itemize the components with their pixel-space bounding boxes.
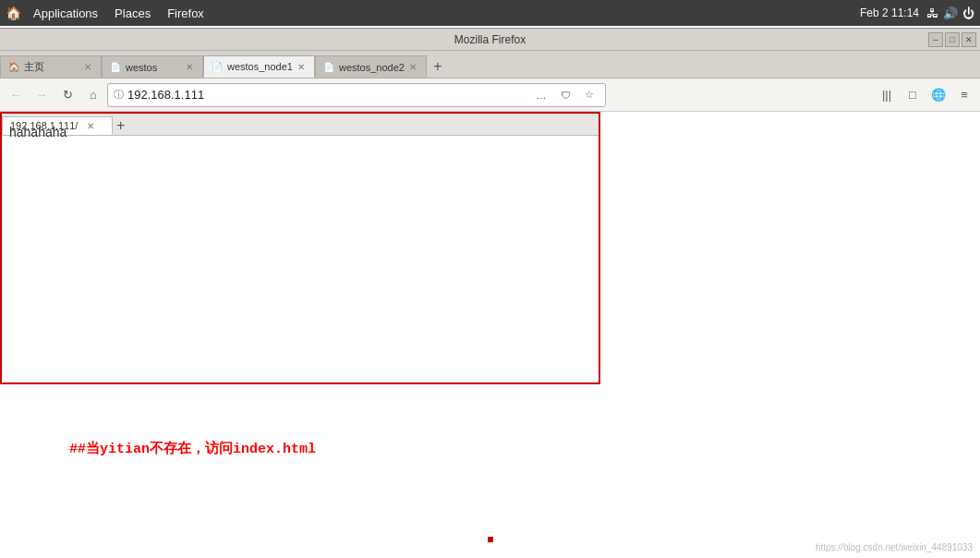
tab-westos-node1-icon: 📄	[212, 62, 223, 72]
tab-westos-node2-label: westos_node2	[339, 62, 405, 73]
places-menu[interactable]: Places	[107, 5, 158, 22]
navigation-bar: ← → ↻ ⌂ ⓘ … 🛡 ☆ ||| □ 🌐 ≡	[0, 79, 980, 112]
tab-westos-node2[interactable]: 📄 westos_node2 ✕	[315, 55, 427, 78]
address-info-icon: ⓘ	[114, 88, 124, 102]
close-button[interactable]: ✕	[962, 32, 976, 47]
synced-tabs-button[interactable]: □	[901, 83, 925, 107]
new-tab-button[interactable]: +	[427, 55, 449, 78]
firefox-account-button[interactable]: 🌐	[926, 83, 950, 107]
annotation-text: ##当yitian不存在，访问index.html	[69, 440, 316, 457]
menu-button[interactable]: ≡	[952, 83, 976, 107]
shield-icon[interactable]: 🛡	[555, 85, 575, 105]
inner-new-tab-button[interactable]: +	[113, 116, 128, 135]
minimize-button[interactable]: –	[928, 32, 943, 47]
inner-tab-close[interactable]: ✕	[87, 121, 94, 131]
browser-title: Mozilla Firefox	[454, 33, 526, 46]
red-dot-indicator	[488, 537, 493, 542]
home-icon: 🏠	[6, 6, 21, 20]
page-content-area: 192.168.1.111/ ✕ + hahahaha ##当yitian不存在…	[0, 112, 980, 558]
tab-westos-close[interactable]: ✕	[186, 62, 193, 72]
system-tray: 🖧 🔊 ⏻	[926, 6, 974, 20]
home-button[interactable]: ⌂	[81, 83, 105, 107]
more-options-icon[interactable]: …	[531, 85, 551, 105]
library-button[interactable]: |||	[875, 83, 899, 107]
firefox-menu[interactable]: Firefox	[160, 5, 212, 22]
forward-button[interactable]: →	[30, 83, 54, 107]
tab-home-label: 主页	[24, 60, 44, 74]
tab-westos-node1-label: westos_node1	[227, 61, 293, 72]
address-bar-container: ⓘ … 🛡 ☆	[107, 83, 606, 107]
reload-button[interactable]: ↻	[55, 83, 79, 107]
address-input[interactable]	[127, 88, 527, 102]
network-icon[interactable]: 🖧	[926, 6, 938, 20]
tab-westos-node2-icon: 📄	[323, 62, 334, 72]
right-toolbar: ||| □ 🌐 ≡	[875, 83, 976, 107]
volume-icon[interactable]: 🔊	[943, 6, 958, 20]
page-text-content: hahahaha	[9, 125, 67, 140]
gnome-topbar: 🏠 Applications Places Firefox Feb 2 11:1…	[0, 0, 980, 26]
tab-westos-node1-close[interactable]: ✕	[297, 62, 305, 72]
back-button[interactable]: ←	[4, 83, 28, 107]
highlighted-content-box: 192.168.1.111/ ✕ +	[0, 112, 600, 384]
applications-menu[interactable]: Applications	[26, 5, 105, 22]
system-clock: Feb 2 11:14	[860, 6, 919, 19]
tab-westos-node2-close[interactable]: ✕	[409, 62, 417, 72]
bookmark-star-icon[interactable]: ☆	[579, 85, 599, 105]
tab-westos-node1[interactable]: 📄 westos_node1 ✕	[203, 55, 315, 78]
tab-westos-label: westos	[126, 62, 157, 73]
tabs-bar: 🏠 主页 ✕ 📄 westos ✕ 📄 westos_node1 ✕ 📄 wes…	[0, 51, 980, 79]
tab-home[interactable]: 🏠 主页 ✕	[0, 55, 102, 78]
tab-home-icon: 🏠	[8, 62, 19, 72]
tab-westos-icon: 📄	[110, 62, 121, 72]
gnome-app-menu: 🏠 Applications Places Firefox	[6, 5, 212, 22]
watermark: https://blog.csdn.net/weixin_44891033	[816, 542, 973, 552]
firefox-titlebar: Mozilla Firefox – □ ✕	[0, 29, 980, 51]
power-icon[interactable]: ⏻	[962, 6, 974, 20]
full-screenshot: 🏠 Applications Places Firefox Feb 2 11:1…	[0, 0, 980, 558]
window-controls: – □ ✕	[928, 32, 976, 47]
tab-westos[interactable]: 📄 westos ✕	[102, 55, 203, 78]
firefox-window: Mozilla Firefox – □ ✕ 🏠 主页 ✕ 📄 westos ✕	[0, 28, 980, 558]
tab-home-close[interactable]: ✕	[84, 62, 91, 72]
maximize-button[interactable]: □	[945, 32, 960, 47]
